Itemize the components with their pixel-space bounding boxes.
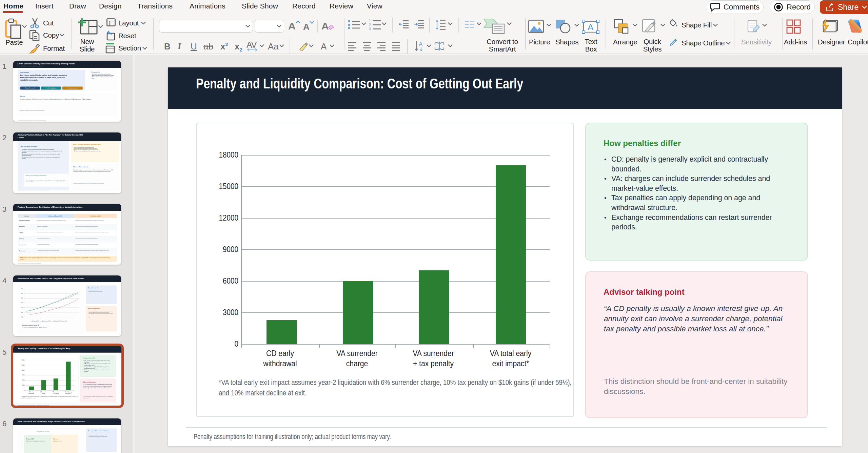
svg-text:16000: 16000 — [21, 297, 23, 299]
svg-text:6: 6 — [47, 317, 48, 318]
svg-text:15: 15 — [78, 317, 79, 318]
svg-text:8: 8 — [54, 317, 55, 318]
svg-text:5: 5 — [44, 317, 44, 318]
svg-text:10: 10 — [61, 317, 62, 318]
svg-text:8000: 8000 — [21, 316, 23, 318]
svg-text:2: 2 — [369, 23, 371, 27]
svg-text:11: 11 — [65, 317, 66, 318]
svg-text:14000: 14000 — [21, 302, 23, 304]
svg-text:18000: 18000 — [21, 293, 23, 294]
svg-text:3: 3 — [37, 317, 37, 318]
svg-text:3: 3 — [369, 27, 371, 30]
svg-text:1: 1 — [29, 317, 30, 318]
svg-text:7: 7 — [51, 317, 52, 318]
svg-text:2: 2 — [33, 317, 34, 318]
svg-text:12: 12 — [68, 317, 69, 318]
svg-text:9: 9 — [58, 317, 59, 318]
svg-text:12000: 12000 — [21, 307, 23, 308]
svg-text:14: 14 — [75, 317, 76, 318]
svg-text:A: A — [419, 41, 423, 47]
svg-text:13: 13 — [72, 317, 73, 318]
svg-text:0: 0 — [26, 317, 27, 318]
svg-text:20000: 20000 — [21, 288, 23, 290]
svg-text:4: 4 — [40, 317, 41, 318]
svg-text:10000: 10000 — [21, 312, 23, 313]
svg-text:1: 1 — [369, 19, 371, 23]
svg-text:A: A — [588, 22, 594, 32]
